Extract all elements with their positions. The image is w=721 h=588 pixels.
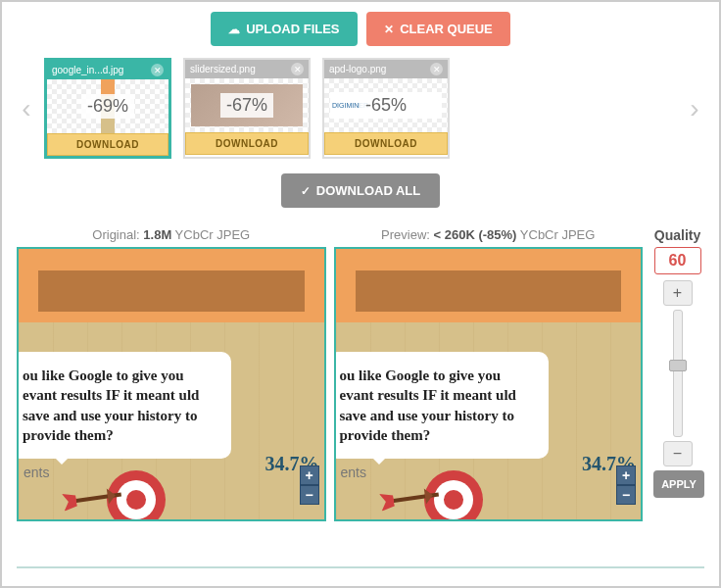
slider-thumb[interactable] (669, 360, 687, 371)
close-icon[interactable]: ✕ (291, 63, 304, 75)
thumb-preview: -69% (47, 79, 168, 133)
carousel-prev-button[interactable]: ‹ (17, 94, 36, 123)
thumb-percent: -69% (81, 94, 134, 119)
zoom-out-button[interactable]: − (300, 485, 319, 505)
compressed-preview[interactable]: ou like Google to give you evant results… (334, 247, 644, 521)
thumb-preview: DIGIMINER -65% (324, 78, 448, 132)
bubble-text: ou like Google to give you evant results… (334, 352, 549, 459)
clear-label: CLEAR QUEUE (400, 22, 493, 36)
check-icon: ✓ (301, 184, 311, 198)
thumb-filename: slidersized.png (190, 64, 256, 74)
quality-input[interactable] (654, 247, 701, 274)
zoom-out-button[interactable]: − (616, 485, 636, 505)
thumbnail-item[interactable]: slidersized.png ✕ -67% DOWNLOAD (183, 58, 311, 159)
thumbnail-item[interactable]: apd-logo.png ✕ DIGIMINER -65% DOWNLOAD (322, 58, 450, 159)
download-button[interactable]: DOWNLOAD (185, 132, 309, 155)
thumbnail-item[interactable]: google_in...d.jpg ✕ -69% DOWNLOAD (44, 58, 171, 159)
bubble-text: ou like Google to give you evant results… (17, 352, 231, 459)
download-all-button[interactable]: ✓DOWNLOAD ALL (281, 173, 440, 208)
zoom-in-button[interactable]: + (616, 466, 636, 485)
thumb-preview: -67% (185, 78, 309, 132)
thumbnail-list: google_in...d.jpg ✕ -69% DOWNLOAD slider… (36, 58, 685, 159)
thumb-filename: google_in...d.jpg (52, 65, 123, 75)
upload-label: UPLOAD FILES (246, 22, 339, 36)
divider (17, 566, 704, 568)
original-preview[interactable]: ou like Google to give you evant results… (17, 247, 326, 521)
quality-increase-button[interactable]: + (663, 280, 693, 306)
quality-label: Quality (650, 227, 704, 243)
download-all-label: DOWNLOAD ALL (316, 183, 420, 198)
preview-label: Preview: < 260K (-85%) YCbCr JPEG (334, 227, 644, 242)
download-button[interactable]: DOWNLOAD (324, 132, 448, 155)
original-label: Original: 1.8M YCbCr JPEG (17, 227, 326, 242)
download-button[interactable]: DOWNLOAD (47, 133, 168, 156)
x-icon: ✕ (384, 23, 394, 36)
close-icon[interactable]: ✕ (151, 64, 164, 76)
ents-text: ents (24, 465, 49, 480)
carousel-next-button[interactable]: › (685, 94, 704, 123)
quality-decrease-button[interactable]: − (663, 441, 693, 466)
thumb-percent: -65% (360, 93, 412, 118)
apply-button[interactable]: APPLY (653, 470, 704, 498)
thumb-percent: -67% (220, 93, 273, 118)
thumb-filename: apd-logo.png (329, 64, 386, 74)
ents-text: ents (341, 465, 366, 480)
upload-files-button[interactable]: ☁UPLOAD FILES (211, 12, 357, 46)
zoom-in-button[interactable]: + (300, 466, 319, 485)
clear-queue-button[interactable]: ✕CLEAR QUEUE (366, 12, 510, 46)
close-icon[interactable]: ✕ (430, 63, 443, 75)
quality-slider[interactable] (673, 310, 683, 437)
cloud-icon: ☁ (228, 23, 240, 36)
